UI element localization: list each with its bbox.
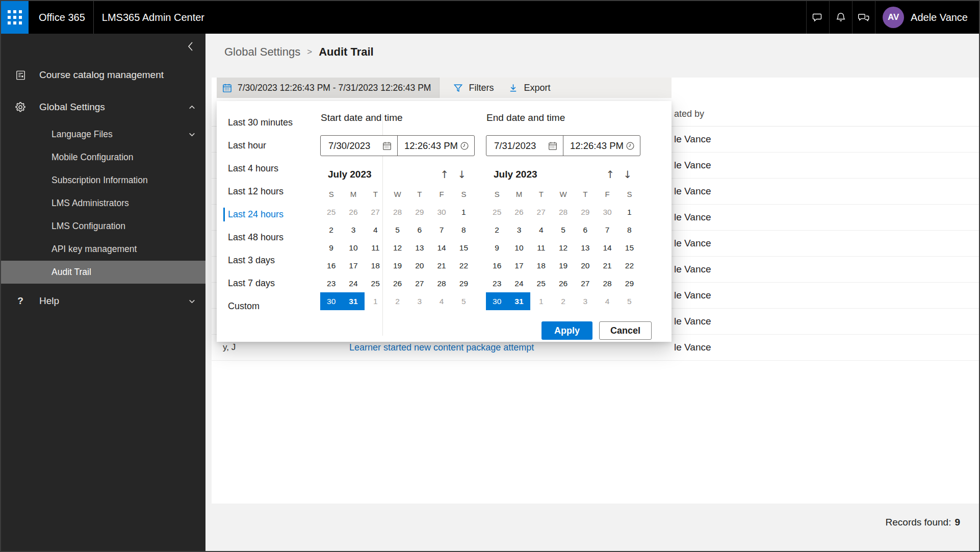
calendar-day[interactable]: 5 (386, 221, 408, 239)
calendar-day[interactable]: 3 (342, 221, 364, 239)
calendar-day[interactable]: 3 (508, 221, 530, 239)
calendar-day[interactable]: 7 (596, 221, 618, 239)
export-button[interactable]: Export (501, 78, 557, 98)
calendar-day-selected[interactable]: 31 (342, 292, 364, 310)
calendar-day[interactable]: 21 (430, 257, 452, 274)
calendar-day[interactable]: 11 (365, 239, 386, 257)
calendar-day[interactable]: 27 (530, 203, 552, 221)
calendar-day[interactable]: 6 (408, 221, 430, 239)
calendar-day[interactable]: 28 (552, 203, 574, 221)
calendar-day[interactable]: 28 (596, 274, 618, 292)
calendar-day[interactable]: 3 (408, 292, 430, 310)
chat-button[interactable] (806, 1, 829, 34)
brand-label[interactable]: Office 365 (39, 12, 85, 23)
arrow-down-icon[interactable]: ↓ (453, 167, 471, 182)
calendar-day[interactable]: 3 (574, 292, 596, 310)
account-menu[interactable]: AV Adele Vance (875, 1, 979, 34)
sidebar-subitem-lms-administrators[interactable]: LMS Administrators (1, 192, 205, 215)
calendar-day[interactable]: 14 (596, 239, 618, 257)
sidebar-item-help[interactable]: ? Help (1, 288, 205, 314)
end-time-input[interactable]: 12:26:43 PM (563, 136, 640, 156)
calendar-day[interactable]: 18 (365, 257, 386, 274)
breadcrumb-parent[interactable]: Global Settings (224, 45, 300, 59)
calendar-day[interactable]: 15 (453, 239, 475, 257)
arrow-down-icon[interactable]: ↓ (619, 167, 636, 182)
calendar-day[interactable]: 14 (430, 239, 452, 257)
calendar-day[interactable]: 30 (596, 203, 618, 221)
calendar-day[interactable]: 4 (530, 221, 552, 239)
sidebar-item-course-catalog-management[interactable]: Course catalog management (1, 62, 205, 88)
calendar-day[interactable]: 25 (530, 274, 552, 292)
calendar-day[interactable]: 28 (386, 203, 408, 221)
calendar-day[interactable]: 5 (552, 221, 574, 239)
calendar-day[interactable]: 25 (320, 203, 342, 221)
calendar-day[interactable]: 23 (486, 274, 508, 292)
calendar-day[interactable]: 1 (530, 292, 552, 310)
calendar-day[interactable]: 5 (618, 292, 640, 310)
calendar-day[interactable]: 20 (408, 257, 430, 274)
calendar-day[interactable]: 11 (530, 239, 552, 257)
calendar-day[interactable]: 27 (574, 274, 596, 292)
arrow-up-icon[interactable]: ↑ (602, 167, 619, 182)
calendar-day[interactable]: 13 (574, 239, 596, 257)
calendar-day[interactable]: 24 (342, 274, 364, 292)
apply-button[interactable]: Apply (541, 321, 592, 340)
calendar-day[interactable]: 1 (453, 203, 475, 221)
calendar-day[interactable]: 21 (596, 257, 618, 274)
calendar-day[interactable]: 25 (365, 274, 386, 292)
sidebar-subitem-subscription-information[interactable]: Subscription Information (1, 169, 205, 192)
calendar-day[interactable]: 19 (552, 257, 574, 274)
calendar-day[interactable]: 7 (430, 221, 452, 239)
filters-button[interactable]: Filters (446, 78, 501, 98)
sidebar-collapse-button[interactable] (183, 39, 198, 54)
calendar-day[interactable]: 2 (552, 292, 574, 310)
calendar-day[interactable]: 26 (508, 203, 530, 221)
calendar-day[interactable]: 4 (430, 292, 452, 310)
sidebar-item-global-settings[interactable]: Global Settings (1, 94, 205, 120)
calendar-day[interactable]: 29 (453, 274, 475, 292)
calendar-day[interactable]: 28 (430, 274, 452, 292)
calendar-day[interactable]: 1 (618, 203, 640, 221)
calendar-day[interactable]: 22 (453, 257, 475, 274)
calendar-day[interactable]: 1 (365, 292, 386, 310)
calendar-day[interactable]: 9 (486, 239, 508, 257)
arrow-up-icon[interactable]: ↑ (436, 167, 453, 182)
calendar-day[interactable]: 2 (386, 292, 408, 310)
calendar-day[interactable]: 2 (486, 221, 508, 239)
start-date-input[interactable]: 7/30/2023 (321, 136, 398, 156)
calendar-day[interactable]: 26 (386, 274, 408, 292)
calendar-day[interactable]: 9 (320, 239, 342, 257)
calendar-day[interactable]: 18 (530, 257, 552, 274)
calendar-day[interactable]: 27 (408, 274, 430, 292)
calendar-day[interactable]: 30 (430, 203, 452, 221)
calendar-day[interactable]: 8 (453, 221, 475, 239)
calendar-day[interactable]: 25 (486, 203, 508, 221)
calendar-day[interactable]: 5 (453, 292, 475, 310)
calendar-day[interactable]: 26 (342, 203, 364, 221)
calendar-day[interactable]: 6 (574, 221, 596, 239)
end-date-input[interactable]: 7/31/2023 (486, 136, 563, 156)
calendar-day[interactable]: 2 (320, 221, 342, 239)
sidebar-subitem-mobile-configuration[interactable]: Mobile Configuration (1, 146, 205, 169)
feedback-button[interactable] (852, 1, 875, 34)
calendar-day[interactable]: 15 (618, 239, 640, 257)
calendar-day[interactable]: 10 (508, 239, 530, 257)
calendar-day[interactable]: 26 (552, 274, 574, 292)
audit-event-link[interactable]: Learner started new content package atte… (349, 342, 534, 353)
notifications-button[interactable] (829, 1, 852, 34)
calendar-day-selected[interactable]: 31 (508, 292, 530, 310)
sidebar-subitem-audit-trail[interactable]: Audit Trail (1, 261, 205, 284)
calendar-day[interactable]: 4 (365, 221, 386, 239)
calendar-day[interactable]: 29 (618, 274, 640, 292)
calendar-day-selected[interactable]: 30 (486, 292, 508, 310)
cancel-button[interactable]: Cancel (599, 321, 652, 340)
sidebar-subitem-language-files[interactable]: Language Files (1, 123, 205, 146)
calendar-day[interactable]: 12 (552, 239, 574, 257)
calendar-day[interactable]: 13 (408, 239, 430, 257)
calendar-day[interactable]: 17 (342, 257, 364, 274)
calendar-day[interactable]: 29 (408, 203, 430, 221)
calendar-day[interactable]: 23 (320, 274, 342, 292)
sidebar-subitem-api-key-management[interactable]: API key management (1, 238, 205, 261)
calendar-day[interactable]: 12 (386, 239, 408, 257)
calendar-day[interactable]: 4 (596, 292, 618, 310)
